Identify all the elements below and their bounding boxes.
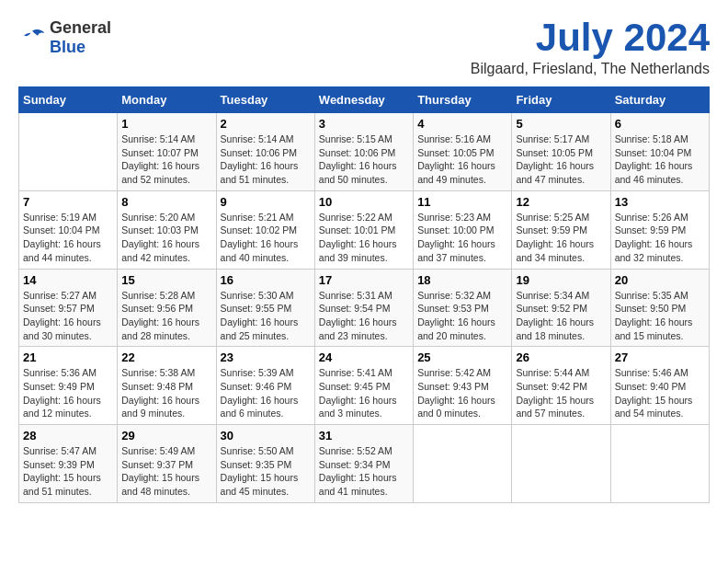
day-info: Sunrise: 5:19 AMSunset: 10:04 PMDaylight… (23, 211, 113, 265)
day-number: 25 (417, 350, 507, 364)
calendar-cell (19, 113, 118, 191)
day-number: 8 (121, 195, 211, 209)
day-number: 5 (516, 117, 606, 131)
day-number: 15 (121, 273, 211, 287)
calendar-cell (512, 425, 610, 503)
day-number: 19 (516, 273, 606, 287)
day-info: Sunrise: 5:27 AMSunset: 9:57 PMDaylight:… (23, 289, 113, 343)
calendar-cell: 19Sunrise: 5:34 AMSunset: 9:52 PMDayligh… (512, 269, 610, 347)
calendar-week-row: 7Sunrise: 5:19 AMSunset: 10:04 PMDayligh… (19, 190, 710, 269)
calendar-cell: 24Sunrise: 5:41 AMSunset: 9:45 PMDayligh… (314, 347, 413, 425)
day-info: Sunrise: 5:18 AMSunset: 10:04 PMDaylight… (615, 132, 705, 187)
header-day-thursday: Thursday (414, 87, 512, 113)
day-info: Sunrise: 5:16 AMSunset: 10:05 PMDaylight… (417, 132, 507, 187)
day-info: Sunrise: 5:36 AMSunset: 9:49 PMDaylight:… (23, 366, 113, 420)
day-info: Sunrise: 5:30 AMSunset: 9:55 PMDaylight:… (221, 289, 311, 343)
header-section: General Blue July 2024 Bilgaard, Friesla… (18, 18, 710, 77)
day-info: Sunrise: 5:26 AMSunset: 9:59 PMDaylight:… (615, 211, 705, 265)
header-day-friday: Friday (512, 87, 610, 113)
day-info: Sunrise: 5:20 AMSunset: 10:03 PMDaylight… (121, 211, 211, 265)
day-number: 9 (221, 195, 311, 209)
day-number: 16 (221, 273, 311, 287)
day-info: Sunrise: 5:39 AMSunset: 9:46 PMDaylight:… (221, 366, 311, 420)
day-info: Sunrise: 5:32 AMSunset: 9:53 PMDaylight:… (417, 289, 507, 343)
day-number: 4 (417, 117, 507, 131)
day-info: Sunrise: 5:38 AMSunset: 9:48 PMDaylight:… (121, 366, 211, 420)
calendar-week-row: 14Sunrise: 5:27 AMSunset: 9:57 PMDayligh… (19, 269, 710, 347)
day-info: Sunrise: 5:49 AMSunset: 9:37 PMDaylight:… (121, 444, 211, 499)
day-number: 7 (23, 195, 113, 209)
logo-bird-icon (18, 27, 46, 49)
day-number: 20 (615, 273, 705, 287)
day-number: 26 (516, 350, 606, 364)
day-info: Sunrise: 5:22 AMSunset: 10:01 PMDaylight… (319, 211, 409, 265)
calendar-body: 1Sunrise: 5:14 AMSunset: 10:07 PMDayligh… (19, 113, 710, 503)
day-info: Sunrise: 5:14 AMSunset: 10:06 PMDaylight… (221, 132, 311, 187)
day-number: 27 (615, 350, 705, 364)
header-day-saturday: Saturday (610, 87, 709, 113)
calendar-cell: 25Sunrise: 5:42 AMSunset: 9:43 PMDayligh… (414, 347, 512, 425)
calendar-cell: 23Sunrise: 5:39 AMSunset: 9:46 PMDayligh… (216, 347, 314, 425)
day-number: 30 (221, 429, 311, 442)
day-info: Sunrise: 5:21 AMSunset: 10:02 PMDaylight… (221, 211, 311, 265)
day-number: 13 (615, 195, 705, 209)
day-info: Sunrise: 5:47 AMSunset: 9:39 PMDaylight:… (23, 444, 113, 499)
calendar-week-row: 28Sunrise: 5:47 AMSunset: 9:39 PMDayligh… (19, 425, 710, 503)
day-info: Sunrise: 5:17 AMSunset: 10:05 PMDaylight… (516, 132, 606, 187)
calendar-cell: 16Sunrise: 5:30 AMSunset: 9:55 PMDayligh… (216, 269, 314, 347)
calendar-cell: 11Sunrise: 5:23 AMSunset: 10:00 PMDaylig… (414, 190, 512, 269)
calendar-cell: 30Sunrise: 5:50 AMSunset: 9:35 PMDayligh… (216, 425, 314, 503)
day-info: Sunrise: 5:28 AMSunset: 9:56 PMDaylight:… (121, 289, 211, 343)
calendar-week-row: 21Sunrise: 5:36 AMSunset: 9:49 PMDayligh… (19, 347, 710, 425)
day-info: Sunrise: 5:15 AMSunset: 10:06 PMDaylight… (319, 132, 409, 187)
calendar-table: SundayMondayTuesdayWednesdayThursdayFrid… (18, 86, 710, 503)
day-number: 1 (121, 117, 211, 131)
calendar-header-row: SundayMondayTuesdayWednesdayThursdayFrid… (19, 87, 710, 113)
calendar-cell: 8Sunrise: 5:20 AMSunset: 10:03 PMDayligh… (118, 190, 216, 269)
day-number: 6 (615, 117, 705, 131)
day-number: 28 (23, 429, 113, 442)
calendar-cell: 10Sunrise: 5:22 AMSunset: 10:01 PMDaylig… (314, 190, 413, 269)
day-info: Sunrise: 5:50 AMSunset: 9:35 PMDaylight:… (221, 444, 311, 499)
calendar-cell: 2Sunrise: 5:14 AMSunset: 10:06 PMDayligh… (216, 113, 314, 191)
calendar-cell: 20Sunrise: 5:35 AMSunset: 9:50 PMDayligh… (610, 269, 709, 347)
day-number: 18 (417, 273, 507, 287)
calendar-cell: 18Sunrise: 5:32 AMSunset: 9:53 PMDayligh… (414, 269, 512, 347)
day-info: Sunrise: 5:23 AMSunset: 10:00 PMDaylight… (417, 211, 507, 265)
calendar-cell: 12Sunrise: 5:25 AMSunset: 9:59 PMDayligh… (512, 190, 610, 269)
calendar-cell: 15Sunrise: 5:28 AMSunset: 9:56 PMDayligh… (118, 269, 216, 347)
calendar-cell: 22Sunrise: 5:38 AMSunset: 9:48 PMDayligh… (118, 347, 216, 425)
calendar-cell: 9Sunrise: 5:21 AMSunset: 10:02 PMDayligh… (216, 190, 314, 269)
calendar-cell: 28Sunrise: 5:47 AMSunset: 9:39 PMDayligh… (19, 425, 118, 503)
calendar-cell: 17Sunrise: 5:31 AMSunset: 9:54 PMDayligh… (314, 269, 413, 347)
calendar-cell: 3Sunrise: 5:15 AMSunset: 10:06 PMDayligh… (314, 113, 413, 191)
day-info: Sunrise: 5:41 AMSunset: 9:45 PMDaylight:… (319, 366, 409, 420)
calendar-cell: 26Sunrise: 5:44 AMSunset: 9:42 PMDayligh… (512, 347, 610, 425)
calendar-cell: 29Sunrise: 5:49 AMSunset: 9:37 PMDayligh… (118, 425, 216, 503)
calendar-week-row: 1Sunrise: 5:14 AMSunset: 10:07 PMDayligh… (19, 113, 710, 191)
calendar-cell: 7Sunrise: 5:19 AMSunset: 10:04 PMDayligh… (19, 190, 118, 269)
day-number: 23 (221, 350, 311, 364)
day-info: Sunrise: 5:34 AMSunset: 9:52 PMDaylight:… (516, 289, 606, 343)
header-day-sunday: Sunday (19, 87, 118, 113)
day-number: 21 (23, 350, 113, 364)
logo-blue: Blue (50, 38, 85, 56)
day-info: Sunrise: 5:14 AMSunset: 10:07 PMDaylight… (121, 132, 211, 187)
day-info: Sunrise: 5:25 AMSunset: 9:59 PMDaylight:… (516, 211, 606, 265)
header-day-tuesday: Tuesday (216, 87, 314, 113)
day-number: 29 (121, 429, 211, 442)
day-number: 10 (319, 195, 409, 209)
header-day-wednesday: Wednesday (314, 87, 413, 113)
calendar-cell: 31Sunrise: 5:52 AMSunset: 9:34 PMDayligh… (314, 425, 413, 503)
calendar-cell: 13Sunrise: 5:26 AMSunset: 9:59 PMDayligh… (610, 190, 709, 269)
title-section: July 2024 Bilgaard, Friesland, The Nethe… (471, 18, 710, 77)
calendar-cell: 21Sunrise: 5:36 AMSunset: 9:49 PMDayligh… (19, 347, 118, 425)
day-info: Sunrise: 5:42 AMSunset: 9:43 PMDaylight:… (417, 366, 507, 420)
day-number: 31 (319, 429, 409, 442)
day-info: Sunrise: 5:46 AMSunset: 9:40 PMDaylight:… (615, 366, 705, 420)
day-number: 3 (319, 117, 409, 131)
day-number: 17 (319, 273, 409, 287)
logo-general: General (50, 18, 111, 37)
calendar-cell: 4Sunrise: 5:16 AMSunset: 10:05 PMDayligh… (414, 113, 512, 191)
calendar-cell: 27Sunrise: 5:46 AMSunset: 9:40 PMDayligh… (610, 347, 709, 425)
